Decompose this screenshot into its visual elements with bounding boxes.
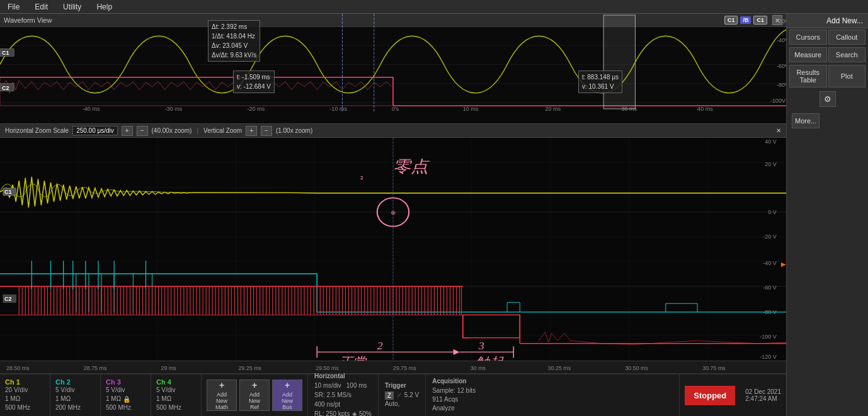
add-math-btn[interactable]: + Add New Math [207,379,237,411]
acq-count: 911 Acqs [432,395,673,404]
bottom-bar: Ch 1 20 V/div 1 MΩ 500 MHz Ch 2 5 V/div … [0,373,786,416]
svg-text:28.75 ms: 28.75 ms [84,364,107,371]
trigger-title: Trigger [385,382,419,389]
menu-help[interactable]: Help [89,1,120,13]
svg-text:₂: ₂ [360,173,363,180]
main-waveform[interactable]: 40 V 20 V 0 V -20 V -40 V -60 V -80 V -1… [0,138,786,361]
zoom-value[interactable]: 250.00 μs/div [72,126,118,135]
ch2-bw: 200 MHz [55,403,95,412]
zoom-bar: Horizontal Zoom Scale 250.00 μs/div + − … [0,124,786,138]
zoom-ratio: (40.00x zoom) [152,127,192,134]
svg-text:29.25 ms: 29.25 ms [238,364,261,371]
svg-text:40 V: 40 V [765,138,777,144]
svg-text:20 ms: 20 ms [545,106,561,112]
svg-text:C1: C1 [4,189,12,194]
search-btn[interactable]: Search [828,47,866,62]
vzoom-in-btn[interactable]: + [246,126,257,136]
zoom-separator: | [197,127,198,134]
horizontal-vals: 10 ms/div 100 ms SR: 2.5 MS/s 400 ns/pt … [314,381,372,417]
settings-icon-btn[interactable]: ⚙ [819,91,836,107]
add-ref-btn[interactable]: + Add New Ref [239,379,270,411]
callout-btn[interactable]: Callout [828,30,866,45]
ch4-label: Ch 4 [156,378,196,386]
acquisition-info: Acquisition Sample: 12 bits 911 Acqs Ana… [426,374,680,416]
stopped-btn[interactable]: Stopped [685,386,735,405]
ch3-vdiv: 5 V/div [106,386,146,395]
menu-edit[interactable]: Edit [27,1,55,13]
svg-text:触起: 触起 [475,355,504,361]
vzoom-ratio: (1.00x zoom) [276,127,312,134]
ch1-bw: 500 MHz [5,403,45,412]
svg-text:29.75 ms: 29.75 ms [393,364,416,371]
cursor-info-left: Δt: 2.392 ms 1/Δt: 418.04 Hz Δv: 23.045 … [208,20,260,62]
svg-text:-40 V: -40 V [763,260,777,266]
svg-text:-60 V: -60 V [763,284,777,290]
svg-text:-30 ms: -30 ms [165,106,183,112]
waveform-overview: Waveform View C1 /B C1 ✕ [0,14,786,124]
trigger-val: Z ⟋ 5.2 V [385,391,419,400]
h-rl: RL: 250 kpts [314,410,350,417]
ch2-info: Ch 2 5 V/div 1 MΩ 200 MHz [50,374,101,416]
svg-text:-20V: -20V [777,18,786,25]
main-waveform-svg: 40 V 20 V 0 V -20 V -40 V -60 V -80 V -1… [0,138,786,361]
measure-search-row: Measure Search [787,46,868,64]
waveform-close-btn[interactable]: ✕ [776,127,781,134]
measure-btn[interactable]: Measure [789,47,827,62]
menu-utility[interactable]: Utility [55,1,89,13]
add-buttons-group: + Add New Math + Add New Ref + Add New B… [202,374,308,416]
cursor-info-left2: t: -1.509 ms v: -12.684 V [233,70,275,93]
ch3-info: Ch 3 5 V/div 1 MΩ 🔒 500 MHz [101,374,151,416]
svg-text:C1: C1 [2,50,9,56]
svg-text:零点: 零点 [393,158,430,176]
svg-text:正常: 正常 [339,355,367,361]
date-display: 02 Dec 2021 [745,388,781,395]
zoom-in-btn[interactable]: + [122,126,133,136]
svg-rect-27 [603,15,635,109]
h-sample: 400 ns/pt [314,400,372,409]
svg-text:-100 V: -100 V [760,334,777,339]
icon-row: ⚙ [787,89,868,110]
cursors-btn[interactable]: Cursors [789,30,827,45]
svg-text:3: 3 [478,340,485,352]
ch1-vdiv: 20 V/div [5,386,45,395]
vzoom-out-btn[interactable]: − [261,126,272,136]
ch1-info: Ch 1 20 V/div 1 MΩ 500 MHz [0,374,50,416]
menubar: File Edit Utility Help [0,0,868,14]
ch4-vdiv: 5 V/div [156,386,196,395]
zoom-out-btn[interactable]: − [137,126,148,136]
svg-text:0 V: 0 V [768,209,777,215]
svg-text:-40V: -40V [777,37,786,43]
svg-text:C2: C2 [4,296,12,301]
plot-btn[interactable]: Plot [828,65,866,87]
trigger-info: Trigger Z ⟋ 5.2 V Auto, [379,374,426,416]
svg-text:29 ms: 29 ms [161,364,177,371]
ch1-impedance: 1 MΩ [5,395,45,403]
results-table-btn[interactable]: Results Table [789,65,827,87]
time-axis: 28.50 ms 28.75 ms 29 ms 29.25 ms 29.50 m… [0,361,786,373]
ch3-bw: 500 MHz [106,403,146,412]
more-btn[interactable]: More... [792,113,819,128]
right-panel: Add New... Cursors Callout Measure Searc… [786,14,868,416]
cursor-info-right: t: 883.148 μs v: 10.361 V [578,70,622,93]
add-new-title: Add New... [787,14,868,28]
ch4-bw: 500 MHz [156,403,196,412]
svg-text:30.25 ms: 30.25 ms [548,364,571,371]
ch4-info: Ch 4 5 V/div 1 MΩ 500 MHz [151,374,202,416]
svg-text:-20 V: -20 V [763,233,777,239]
ch1-label: Ch 1 [5,378,45,386]
trigger-mode: Auto, [385,400,419,408]
acq-analyze: Analyze [432,404,673,413]
svg-text:C2: C2 [2,85,9,91]
svg-text:30.75 ms: 30.75 ms [702,364,726,371]
overview-waveform-svg: -20V -40V -60V -80V -100V C1 C2 -40 ms -… [0,14,786,112]
svg-rect-5 [0,77,393,106]
svg-text:-100V: -100V [770,98,785,104]
svg-text:-120 V: -120 V [760,354,777,360]
svg-text:29.50 ms: 29.50 ms [316,364,339,371]
menu-file[interactable]: File [0,1,27,13]
add-bus-btn[interactable]: + Add New Bus [272,379,302,411]
svg-text:10 ms: 10 ms [463,106,479,112]
svg-text:30 ms: 30 ms [471,364,486,371]
svg-text:20 V: 20 V [765,162,777,167]
h-time-div: 10 ms/div [314,381,341,390]
